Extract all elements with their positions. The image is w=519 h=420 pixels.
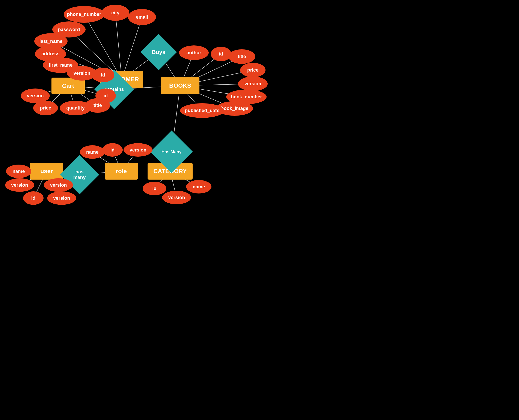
attr-price-books: price — [240, 63, 266, 77]
svg-line-19 — [115, 13, 122, 79]
attr-price-cart: price — [33, 101, 58, 115]
attr-version-category: version — [162, 191, 191, 204]
books-entity: BOOKS — [161, 77, 199, 94]
attr-title-books: title — [229, 49, 255, 64]
attr-version-user3: version — [44, 178, 73, 192]
attr-id-books: id — [211, 47, 231, 61]
attr-name-role: name — [80, 145, 105, 159]
attr-id-role: id — [102, 143, 123, 157]
attr-phone-number: phone_number — [64, 6, 104, 23]
attr-city-customer: city — [101, 5, 129, 21]
attr-author: author — [179, 45, 209, 60]
attr-id-user: id — [23, 191, 44, 205]
attr-id-category: id — [143, 182, 166, 195]
user-entity: user — [30, 163, 63, 180]
attr-id-cart: id — [95, 89, 116, 103]
attr-id-customer: Id — [92, 68, 114, 82]
attr-version-books: version — [238, 76, 268, 91]
attr-name-user: name — [6, 165, 31, 178]
attr-version-user1: version — [5, 178, 34, 192]
role-entity: role — [105, 163, 138, 180]
attr-version-user2: version — [47, 191, 76, 205]
svg-line-20 — [122, 17, 142, 79]
attr-email: email — [128, 9, 156, 25]
attr-version-role: version — [123, 143, 153, 157]
attr-published-date: published_date — [180, 103, 224, 118]
attr-name-category: name — [186, 180, 212, 194]
